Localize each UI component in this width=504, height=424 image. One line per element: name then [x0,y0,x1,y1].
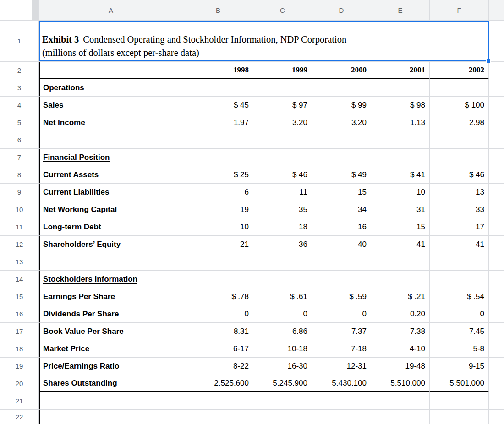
cell-A20[interactable]: Shares Outstanding [39,375,183,392]
cell-D8[interactable]: $ 49 [312,166,371,184]
cell-G9[interactable] [489,184,504,201]
cell-A12[interactable]: Shareholders’ Equity [39,236,183,253]
col-header-C[interactable]: C [253,0,312,21]
cell-A7[interactable]: Financial Position [39,149,183,166]
cell-G21[interactable] [489,392,504,410]
cell-B17[interactable]: 8.31 [183,323,253,340]
cell-D5[interactable]: 3.20 [312,114,371,131]
cell-D11[interactable]: 16 [312,218,371,236]
cell-E16[interactable]: 0.20 [371,305,430,323]
cell-D15[interactable]: $ .59 [312,288,371,305]
cell-G13[interactable] [489,253,504,271]
cell-B21[interactable] [183,392,253,410]
cell-E4[interactable]: $ 98 [371,97,430,114]
cell-G18[interactable] [489,340,504,358]
cell-E17[interactable]: 7.38 [371,323,430,340]
row-header-11[interactable]: 11 [0,218,39,236]
cell-E13[interactable] [371,253,430,271]
col-header-E[interactable]: E [371,0,430,21]
cell-B7[interactable] [183,149,253,166]
cell-A11[interactable]: Long-term Debt [39,218,183,236]
cell-G4[interactable] [489,97,504,114]
cell-C4[interactable]: $ 97 [253,97,312,114]
row-header-18[interactable]: 18 [0,340,39,358]
cell-A6[interactable] [39,131,183,149]
row-header-22[interactable]: 22 [0,410,39,424]
cell-E20[interactable]: 5,510,000 [371,375,430,392]
cell-G5[interactable] [489,114,504,131]
cell-A3[interactable]: Operations [39,79,183,97]
cell-E7[interactable] [371,149,430,166]
row-header-13[interactable]: 13 [0,253,39,271]
cell-D2[interactable]: 2000 [312,62,371,79]
row-header-2[interactable]: 2 [0,62,39,79]
cell-A1-title[interactable]: Exhibit 3Condensed Operating and Stockho… [39,21,489,62]
cell-F19[interactable]: 9-15 [430,358,489,375]
cell-C3[interactable] [253,79,312,97]
cell-G12[interactable] [489,236,504,253]
cell-G11[interactable] [489,218,504,236]
row-header-15[interactable]: 15 [0,288,39,305]
cell-F12[interactable]: 41 [430,236,489,253]
cell-G10[interactable] [489,201,504,218]
row-header-3[interactable]: 3 [0,79,39,97]
row-header-14[interactable]: 14 [0,271,39,288]
cell-F5[interactable]: 2.98 [430,114,489,131]
cell-C22[interactable] [253,410,312,424]
cell-G15[interactable] [489,288,504,305]
cell-C19[interactable]: 16-30 [253,358,312,375]
cell-D4[interactable]: $ 99 [312,97,371,114]
cell-G16[interactable] [489,305,504,323]
cell-F21[interactable] [430,392,489,410]
cell-F8[interactable]: $ 46 [430,166,489,184]
cell-E18[interactable]: 4-10 [371,340,430,358]
cell-C15[interactable]: $ .61 [253,288,312,305]
cell-C8[interactable]: $ 46 [253,166,312,184]
selection-fill-handle[interactable] [486,59,491,63]
col-header-F[interactable]: F [430,0,489,21]
select-all-corner[interactable] [0,0,39,21]
cell-E12[interactable]: 41 [371,236,430,253]
cell-D14[interactable] [312,271,371,288]
cell-C18[interactable]: 10-18 [253,340,312,358]
row-header-17[interactable]: 17 [0,323,39,340]
cell-G19[interactable] [489,358,504,375]
row-header-1[interactable]: 1 [0,21,39,62]
cell-A16[interactable]: Dividends Per Share [39,305,183,323]
cell-E22[interactable] [371,410,430,424]
row-header-7[interactable]: 7 [0,149,39,166]
cell-E14[interactable] [371,271,430,288]
cell-G8[interactable] [489,166,504,184]
cell-G1[interactable] [489,21,504,62]
cell-F11[interactable]: 17 [430,218,489,236]
cell-A13[interactable] [39,253,183,271]
cell-A18[interactable]: Market Price [39,340,183,358]
cell-B9[interactable]: 6 [183,184,253,201]
cell-D17[interactable]: 7.37 [312,323,371,340]
row-header-21[interactable]: 21 [0,392,39,410]
cell-D3[interactable] [312,79,371,97]
cell-G14[interactable] [489,271,504,288]
cell-A10[interactable]: Net Working Capital [39,201,183,218]
cell-A19[interactable]: Price/Earnings Ratio [39,358,183,375]
cell-G6[interactable] [489,131,504,149]
cell-A21[interactable] [39,392,183,410]
cell-E11[interactable]: 15 [371,218,430,236]
cell-B20[interactable]: 2,525,600 [183,375,253,392]
row-header-16[interactable]: 16 [0,305,39,323]
cell-F17[interactable]: 7.45 [430,323,489,340]
cell-E3[interactable] [371,79,430,97]
cell-C21[interactable] [253,392,312,410]
cell-C7[interactable] [253,149,312,166]
cell-A2[interactable] [39,62,183,79]
cell-G17[interactable] [489,323,504,340]
cell-B13[interactable] [183,253,253,271]
cell-C10[interactable]: 35 [253,201,312,218]
cell-B8[interactable]: $ 25 [183,166,253,184]
cell-C5[interactable]: 3.20 [253,114,312,131]
cell-E19[interactable]: 19-48 [371,358,430,375]
cell-D7[interactable] [312,149,371,166]
cell-F22[interactable] [430,410,489,424]
cell-A9[interactable]: Current Liabilities [39,184,183,201]
cell-D6[interactable] [312,131,371,149]
